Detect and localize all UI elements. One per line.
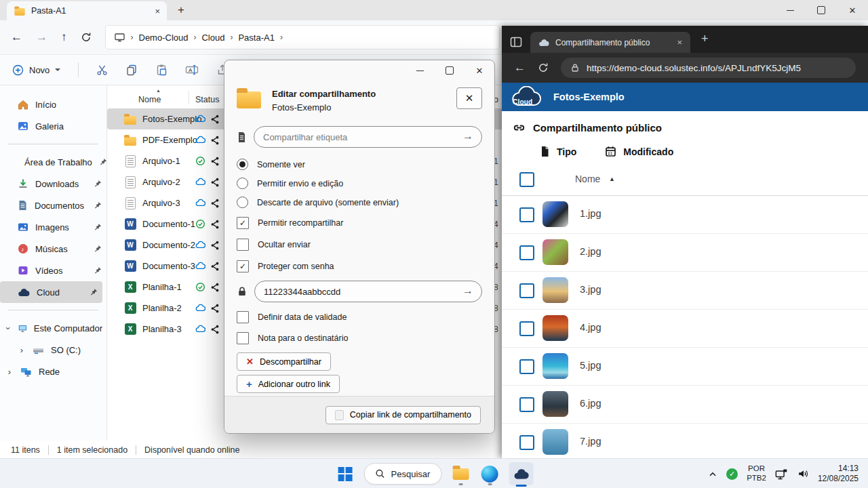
sync-ok-tray-icon[interactable] — [726, 468, 738, 480]
expiry-date-option[interactable]: Definir data de validade — [224, 311, 494, 323]
clock[interactable]: 14:13 12/08/2025 — [818, 464, 859, 484]
sidebar-item-pictures[interactable]: Imagens — [0, 216, 106, 238]
explorer-tab[interactable]: Pasta-A1 × — [7, 1, 167, 20]
column-header-status[interactable]: Status — [195, 95, 219, 104]
sidebar-item-drive-c[interactable]: › SO (C:) — [0, 339, 106, 361]
new-tab-button[interactable]: + — [701, 32, 709, 46]
breadcrumb-item[interactable]: Pasta-A1 — [238, 33, 274, 43]
image-thumbnail[interactable] — [542, 315, 568, 341]
cloud-app-taskbar-icon[interactable] — [509, 462, 533, 485]
tab-actions-icon[interactable] — [510, 37, 522, 47]
column-header-name[interactable]: Nome — [575, 174, 600, 184]
column-header-name[interactable]: Nome — [138, 95, 161, 104]
file-explorer-taskbar-icon[interactable] — [450, 462, 471, 486]
radio-unselected[interactable] — [237, 178, 248, 189]
share-label-input[interactable] — [254, 126, 482, 148]
taskbar-search[interactable]: Pesquisar — [364, 463, 442, 485]
sidebar-item-music[interactable]: ♪ Músicas — [0, 238, 106, 260]
sidebar-item-network[interactable]: › Rede — [0, 361, 106, 382]
browser-tab[interactable]: Compartilhamento público × — [530, 32, 690, 53]
image-thumbnail[interactable] — [542, 201, 568, 227]
new-button[interactable]: Novo — [12, 64, 60, 76]
password-protect-option[interactable]: ✓ Proteger com senha — [224, 260, 494, 272]
paste-button[interactable] — [155, 64, 167, 76]
permission-file-drop[interactable]: Descarte de arquivo (somente enviar) — [224, 197, 494, 208]
image-thumbnail[interactable] — [542, 277, 568, 303]
add-link-button[interactable]: + Adicionar outro link — [237, 375, 340, 393]
up-button[interactable]: ↑ — [61, 30, 67, 44]
tab-close-icon[interactable]: × — [677, 37, 682, 47]
tray-chevron-up-icon[interactable] — [708, 470, 717, 479]
volume-tray-icon[interactable] — [797, 468, 809, 479]
filter-modified[interactable]: Modificado — [605, 146, 673, 157]
rename-button[interactable]: A — [185, 64, 199, 76]
share-password-input[interactable] — [254, 281, 482, 302]
sidebar-item-documents[interactable]: Documentos — [0, 195, 106, 216]
chevron-expander-icon[interactable]: › — [5, 367, 14, 377]
back-button[interactable]: ← — [11, 30, 22, 44]
minimize-button[interactable] — [405, 70, 435, 71]
sidebar-item-desktop[interactable]: Área de Trabalho — [0, 151, 106, 173]
checkbox-unchecked[interactable] — [237, 239, 249, 251]
close-button[interactable]: ✕ — [465, 66, 494, 76]
tab-close-icon[interactable]: × — [155, 6, 160, 16]
cloud-logo[interactable]: Cloud — [510, 86, 542, 108]
row-checkbox[interactable] — [519, 321, 534, 336]
close-button[interactable]: ✕ — [837, 0, 868, 20]
maximize-button[interactable] — [435, 66, 465, 75]
radio-unselected[interactable] — [237, 197, 248, 208]
filter-type[interactable]: Tipo — [540, 146, 576, 157]
select-all-checkbox[interactable] — [519, 172, 534, 187]
row-checkbox[interactable] — [519, 245, 534, 260]
submit-arrow-icon[interactable]: → — [462, 130, 473, 142]
checkbox-checked[interactable]: ✓ — [237, 260, 249, 272]
permission-upload-edit[interactable]: Permitir envio e edição — [224, 178, 494, 189]
radio-selected[interactable] — [237, 159, 248, 170]
unshare-button[interactable]: ✕ Descompartilhar — [237, 352, 331, 371]
sidebar-item-videos[interactable]: Vídeos — [0, 260, 106, 281]
row-checkbox[interactable] — [519, 283, 534, 298]
row-checkbox[interactable] — [519, 207, 534, 222]
url-bar[interactable]: https://demo-cloud.solustec.info/s/APJLn… — [561, 58, 856, 78]
image-thumbnail[interactable] — [542, 353, 568, 379]
checkbox-unchecked[interactable] — [237, 332, 249, 344]
permission-view-only[interactable]: Somente ver — [224, 159, 494, 170]
sidebar-item-gallery[interactable]: Galeria — [0, 115, 106, 137]
image-thumbnail[interactable] — [542, 239, 568, 265]
file-row[interactable]: 3.jpg — [502, 272, 868, 310]
breadcrumb-item[interactable]: Demo-Cloud — [139, 33, 189, 43]
file-row[interactable]: 1.jpg — [502, 196, 868, 234]
cut-button[interactable] — [96, 64, 108, 76]
file-row[interactable]: 4.jpg — [502, 310, 868, 348]
dialog-close-button[interactable]: ✕ — [456, 87, 482, 109]
submit-arrow-icon[interactable]: → — [462, 285, 473, 297]
note-to-recipient-option[interactable]: Nota para o destinatário — [224, 332, 494, 344]
breadcrumb[interactable]: › Demo-Cloud › Cloud › Pasta-A1 › — [105, 25, 500, 49]
row-checkbox[interactable] — [519, 397, 534, 412]
file-row[interactable]: 2.jpg — [502, 234, 868, 272]
back-button[interactable]: ← — [514, 61, 526, 75]
start-button[interactable] — [335, 462, 355, 486]
forward-button[interactable]: → — [36, 30, 47, 44]
chevron-expander-icon[interactable]: › — [3, 325, 14, 331]
row-checkbox[interactable] — [519, 435, 534, 450]
file-row[interactable]: 7.jpg — [502, 424, 868, 458]
row-checkbox[interactable] — [519, 359, 534, 374]
checkbox-unchecked[interactable] — [237, 311, 249, 323]
copy-share-link-button[interactable]: Copiar link de compartilhamento — [326, 406, 481, 424]
sidebar-item-cloud[interactable]: Cloud — [0, 281, 102, 303]
file-row[interactable]: 5.jpg — [502, 348, 868, 386]
refresh-button[interactable] — [538, 62, 549, 73]
file-row[interactable]: 6.jpg — [502, 386, 868, 424]
sidebar-item-downloads[interactable]: Downloads — [0, 173, 106, 195]
hide-upload-option[interactable]: Ocultar enviar — [224, 239, 494, 251]
refresh-button[interactable] — [81, 32, 92, 43]
sidebar-item-this-pc[interactable]: › Este Computador — [0, 317, 106, 339]
breadcrumb-item[interactable]: Cloud — [201, 33, 224, 43]
maximize-button[interactable] — [806, 0, 837, 20]
chevron-expander-icon[interactable]: › — [18, 345, 26, 355]
network-tray-icon[interactable] — [775, 468, 788, 480]
copy-button[interactable] — [125, 64, 138, 76]
image-thumbnail[interactable] — [542, 429, 568, 455]
allow-reshare-option[interactable]: ✓ Permitir recompartilhar — [224, 217, 494, 229]
